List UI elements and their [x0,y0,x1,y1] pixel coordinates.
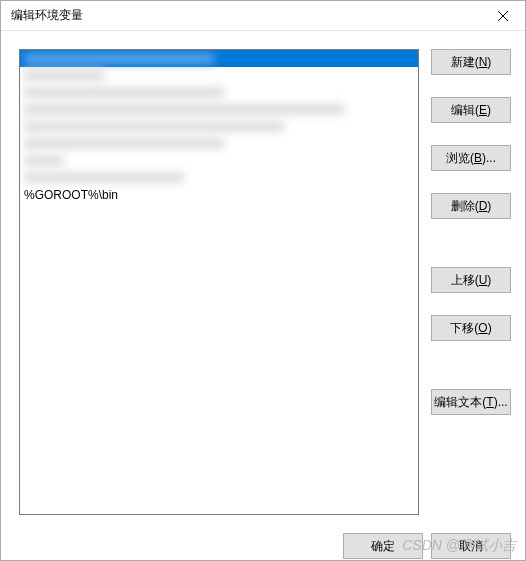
edit-text-button[interactable]: 编辑文本(T)... [431,389,511,415]
list-item[interactable] [20,118,418,135]
cancel-button[interactable]: 取消 [431,533,511,559]
list-item[interactable] [20,135,418,152]
list-item[interactable] [20,152,418,169]
content-area: %GOROOT%\bin 新建(N) 编辑(E) 浏览(B)... 删除(D) … [1,31,525,525]
titlebar: 编辑环境变量 [1,1,525,31]
list-item[interactable] [20,50,418,67]
new-button[interactable]: 新建(N) [431,49,511,75]
edit-button[interactable]: 编辑(E) [431,97,511,123]
dialog-window: 编辑环境变量 %GOROOT%\bin 新建(N) 编辑(E) 浏览(B)...… [0,0,526,561]
move-down-button[interactable]: 下移(O) [431,315,511,341]
ok-button[interactable]: 确定 [343,533,423,559]
delete-button[interactable]: 删除(D) [431,193,511,219]
list-item[interactable] [20,101,418,118]
list-item[interactable]: %GOROOT%\bin [20,186,418,203]
list-item[interactable] [20,67,418,84]
button-sidebar: 新建(N) 编辑(E) 浏览(B)... 删除(D) 上移(U) 下移(O) 编… [431,49,511,515]
path-listbox[interactable]: %GOROOT%\bin [19,49,419,515]
list-item[interactable] [20,84,418,101]
browse-button[interactable]: 浏览(B)... [431,145,511,171]
footer: 确定 取消 [1,525,525,561]
list-item[interactable] [20,169,418,186]
close-button[interactable] [480,1,525,31]
window-title: 编辑环境变量 [11,7,83,24]
move-up-button[interactable]: 上移(U) [431,267,511,293]
close-icon [498,11,508,21]
